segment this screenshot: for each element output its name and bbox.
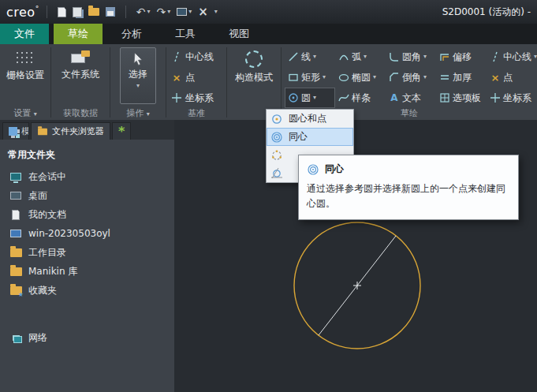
folder-item-favorites[interactable]: 收藏夹 (0, 281, 174, 300)
folder-icon (9, 247, 22, 258)
quick-access-toolbar: ↶▾ ↷▾ ▾ × ▾ (54, 6, 221, 18)
palette-icon (439, 92, 450, 103)
tab-folder-browser[interactable]: 文件夹浏览器 (31, 122, 110, 140)
tool-csys[interactable]: 坐标系 (487, 88, 537, 108)
tool-spline[interactable]: 样条 (335, 88, 386, 108)
close-icon: × (198, 6, 208, 18)
select-button[interactable]: 选择 ▾ (120, 47, 156, 104)
folder-item-desktop[interactable]: 桌面 (0, 186, 174, 205)
tool-ellipse[interactable]: 椭圆▾ (335, 67, 386, 88)
datum-csys-button[interactable]: 坐标系 (171, 88, 226, 108)
tool-fillet[interactable]: 圆角▾ (386, 47, 436, 67)
network-icon (9, 332, 22, 343)
folder-item-computer[interactable]: win-20230503oyl (0, 224, 174, 243)
save-button[interactable] (106, 7, 115, 17)
menu-item-center-and-point[interactable]: 圆心和点 (267, 110, 353, 128)
window-title: S2D0001 (活动的) - (442, 6, 531, 19)
chevron-down-icon[interactable]: ▾ (313, 54, 316, 60)
chamfer-icon (389, 72, 400, 83)
file-system-icon (71, 50, 90, 65)
tooltip-title: 同心 (325, 162, 344, 176)
tab-analysis[interactable]: 分析 (107, 24, 156, 44)
new-file-button[interactable] (58, 7, 66, 17)
datum-centerline-button[interactable]: 中心线 (171, 47, 226, 67)
open-button[interactable] (88, 8, 99, 16)
grid-icon (15, 50, 35, 65)
favorites-star-icon: * (118, 128, 125, 136)
titlebar-separator (47, 6, 47, 18)
tab-view[interactable]: 视图 (214, 24, 263, 44)
tool-rectangle[interactable]: 矩形▾ (285, 67, 335, 88)
chevron-down-icon[interactable]: ▾ (313, 95, 316, 101)
tooltip-header: 同心 (307, 162, 510, 176)
tool-arc[interactable]: 弧▾ (335, 47, 386, 67)
chevron-down-icon: ▾ (34, 110, 37, 118)
construction-mode-button[interactable]: 构造模式 (235, 44, 273, 107)
save-icon (106, 7, 115, 17)
group-label-operations[interactable]: 操作 ▾ (110, 107, 166, 119)
window-list-button[interactable]: ▾ (214, 9, 218, 15)
tool-text[interactable]: A 文本 (386, 88, 436, 108)
group-get-data: 文件系统 获取数据 (51, 44, 110, 120)
open-session-button[interactable] (73, 7, 82, 17)
coordinate-system-icon (171, 92, 182, 103)
tool-palette[interactable]: 选项板 (436, 88, 487, 108)
datum-point-button[interactable]: × 点 (171, 67, 226, 88)
tab-file[interactable]: 文件 (0, 24, 49, 44)
undo-button[interactable]: ↶▾ (136, 6, 151, 17)
file-system-button[interactable]: 文件系统 (62, 44, 99, 107)
chevron-down-icon[interactable]: ▾ (188, 9, 192, 15)
folder-icon (38, 128, 47, 135)
cursor-icon (132, 52, 144, 66)
folder-item-in-session[interactable]: 在会话中 (0, 167, 174, 186)
close-window-button[interactable]: × (198, 6, 208, 18)
tab-sketch[interactable]: 草绘 (54, 24, 103, 44)
folder-item-network[interactable]: 网络 (0, 328, 174, 347)
creo-logo: creo° (6, 5, 39, 20)
coordinate-system-icon (490, 92, 501, 103)
chevron-down-icon[interactable]: ▾ (167, 9, 170, 15)
grid-settings-button[interactable]: 栅格设置 (6, 44, 44, 107)
chevron-down-icon: ▾ (147, 110, 150, 118)
grid-settings-label: 栅格设置 (6, 69, 44, 82)
chevron-down-icon[interactable]: ▾ (423, 54, 427, 60)
chevron-down-icon[interactable]: ▾ (423, 74, 427, 80)
tab-tools[interactable]: 工具 (161, 24, 210, 44)
chevron-down-icon[interactable]: ▾ (136, 83, 140, 89)
tab-model-tree[interactable]: 模 (2, 122, 29, 140)
tool-chamfer[interactable]: 倒角▾ (386, 67, 436, 88)
regenerate-button[interactable]: ▾ (177, 8, 192, 16)
computer-icon (9, 228, 22, 239)
menu-item-concentric[interactable]: 同心 (267, 128, 353, 146)
chevron-down-icon[interactable]: ▾ (147, 9, 150, 15)
construction-mode-icon (245, 50, 263, 68)
tool-thicken[interactable]: 加厚 (436, 67, 487, 88)
tool-point[interactable]: × 点 (487, 67, 537, 88)
folder-item-my-documents[interactable]: 我的文档 (0, 205, 174, 224)
tool-centerline[interactable]: 中心线▾ (487, 47, 537, 67)
model-tree-icon (9, 127, 17, 136)
line-icon (288, 51, 299, 62)
folder-item-working-directory[interactable]: 工作目录 (0, 243, 174, 262)
circle-center-point-icon (270, 113, 283, 125)
folder-item-manikin-library[interactable]: Manikin 库 (0, 262, 174, 281)
tool-line[interactable]: 线▾ (285, 47, 335, 67)
group-label-settings[interactable]: 设置 ▾ (0, 107, 50, 119)
new-file-icon (58, 7, 66, 17)
chevron-down-icon[interactable]: ▾ (534, 54, 537, 60)
tab-favorites[interactable]: * (112, 122, 131, 140)
chevron-down-icon[interactable]: ▾ (323, 74, 326, 80)
folder-browser-body: 常用文件夹 在会话中 桌面 我的文档 win-20230503oyl (0, 140, 174, 392)
group-datum: 中心线 × 点 坐标系 基准 (166, 44, 226, 120)
browser-panel: 模 文件夹浏览器 * 常用文件夹 在会话中 桌面 (0, 120, 174, 392)
tool-circle[interactable]: 圆▾ (285, 88, 335, 108)
redo-button[interactable]: ↷▾ (156, 6, 170, 17)
session-monitor-icon (9, 171, 22, 182)
chevron-down-icon[interactable]: ▾ (373, 74, 376, 80)
concentric-circle-icon (270, 131, 283, 144)
group-operations: 选择 ▾ 操作 ▾ (110, 44, 166, 120)
construction-mode-label: 构造模式 (235, 71, 273, 84)
chevron-down-icon[interactable]: ▾ (364, 54, 367, 60)
tool-offset[interactable]: 偏移 (436, 47, 487, 67)
centerline-icon (490, 51, 501, 62)
